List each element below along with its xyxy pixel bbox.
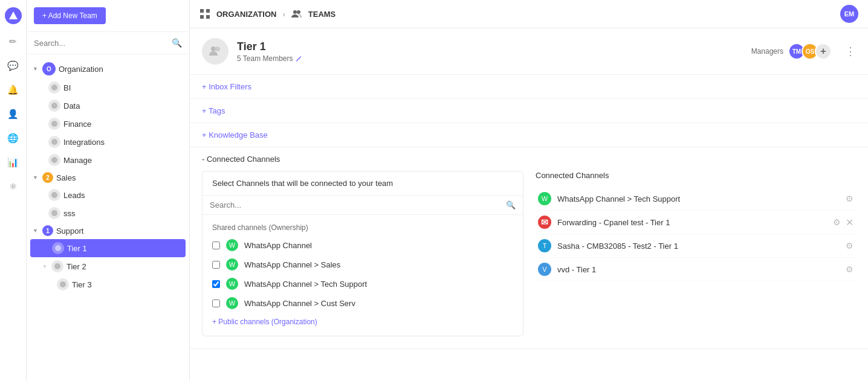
sidebar-item-leads[interactable]: Leads [27,186,189,204]
sidebar-item-label: Tier 2 [66,262,183,271]
channel-group-label: Shared channels (Ownership) [202,220,523,235]
sidebar-item-finance[interactable]: Finance [27,115,189,133]
channel-item[interactable]: W WhatsApp Channel > Tech Support [202,274,523,293]
svg-rect-13 [206,15,210,19]
sidebar-item-bi[interactable]: BI [27,78,189,97]
channel-item[interactable]: W WhatsApp Channel > Sales [202,255,523,274]
team-avatar [202,38,228,65]
content-area: Tier 1 5 Team Members Managers TM OS + ⋮… [190,28,868,381]
team-members: 5 Team Members [237,54,743,63]
nav-bell-icon[interactable]: 🔔 [7,83,20,97]
sidebar-item-sales[interactable]: ▼ 2 Sales [27,169,189,186]
sidebar-item-label: sss [63,209,183,218]
svg-rect-10 [200,9,204,13]
sidebar-search-bar: 🔍 [27,32,189,54]
channel-search: 🔍 [202,196,523,215]
channel-search-input[interactable] [210,200,506,210]
manage-avatar [48,154,60,166]
sidebar-item-integrations[interactable]: Integrations [27,133,189,151]
channel-checkbox-wa4[interactable] [212,299,220,307]
close-icon[interactable]: ✕ [846,217,853,228]
channel-select-panel: Select Channels that will be connected t… [202,171,523,336]
channel-item[interactable]: W WhatsApp Channel > Cust Serv [202,293,523,313]
channel-checkbox-wa2[interactable] [212,261,220,269]
nav-person-icon[interactable]: 👤 [7,107,20,121]
svg-point-8 [54,263,60,269]
add-team-button[interactable]: + Add New Team [34,7,106,24]
channels-layout: Select Channels that will be connected t… [202,171,856,336]
vvd-channel-icon: V [538,263,551,276]
nav-globe-icon[interactable]: 🌐 [7,132,20,145]
teams-icon [291,8,302,19]
gear-icon[interactable]: ⚙ [846,241,853,251]
gear-icon[interactable]: ⚙ [846,194,853,203]
logo[interactable] [5,7,22,24]
team-header: Tier 1 5 Team Members Managers TM OS + ⋮ [190,28,868,75]
chevron-down-icon: ▼ [33,228,38,234]
connected-channel-item: V vvd - Tier 1 ⚙ [536,258,856,281]
svg-point-1 [51,103,57,109]
nav-network-icon[interactable]: ⚛ [7,180,20,193]
public-channels-link[interactable]: + Public channels (Organization) [202,313,523,331]
sidebar-item-support[interactable]: ▼ 1 Support [27,222,189,239]
whatsapp-icon: W [226,258,238,271]
add-manager-button[interactable]: + [815,43,832,60]
leads-avatar [48,189,60,201]
sidebar-item-label: Manage [63,156,183,165]
nav-chart-icon[interactable]: 📊 [7,156,20,169]
connected-channel-item: T Sasha - CMB32085 - Test2 - Tier 1 ⚙ [536,234,856,258]
connected-channels-toggle[interactable]: - Connected Channels [202,147,856,171]
channel-select-title: Select Channels that will be connected t… [202,171,523,196]
connected-channel-item: W WhatsApp Channel > Tech Support ⚙ [536,187,856,211]
svg-point-17 [215,46,220,51]
channel-item[interactable]: W WhatsApp Channel [202,235,523,255]
top-bar: ORGANIZATION › TEAMS EM [190,0,868,28]
channel-checkbox-wa3[interactable] [212,280,220,288]
sidebar-item-tier3[interactable]: Tier 3 [27,275,189,293]
sidebar-item-label: Data [63,101,183,110]
connected-channels-right: Connected Channels W WhatsApp Channel > … [536,171,856,336]
grid-icon [199,8,210,19]
channel-actions: ⚙ [846,194,853,203]
connected-channel-name: WhatsApp Channel > Tech Support [557,194,840,203]
nav-edit-icon[interactable]: ✏ [7,35,20,48]
sidebar-item-tier1[interactable]: Tier 1 [30,239,186,257]
channel-name: WhatsApp Channel > Tech Support [244,280,367,289]
inbox-filters-section[interactable]: + Inbox Filters [190,75,868,99]
sales-badge: 2 [42,172,53,183]
connected-channel-name: vvd - Tier 1 [557,265,840,274]
svg-rect-11 [206,9,210,13]
user-avatar[interactable]: EM [840,5,858,23]
sidebar-item-tier2[interactable]: ▼ Tier 2 [27,257,189,275]
tags-section[interactable]: + Tags [190,99,868,123]
whatsapp-icon: W [226,239,238,251]
channel-checkbox-wa1[interactable] [212,242,220,249]
sidebar: + Add New Team 🔍 ▼ O Organization BI Dat… [27,0,190,381]
chevron-down-icon: ▼ [42,264,47,269]
connected-channels-title: Connected Channels [536,171,856,180]
tree: ▼ O Organization BI Data Finance [27,54,189,381]
svg-point-0 [51,85,57,91]
nav-chat-icon[interactable]: 💬 [7,59,20,72]
gear-icon[interactable]: ⚙ [833,217,841,227]
sidebar-item-label: Tier 3 [72,280,183,289]
channel-name: WhatsApp Channel [244,241,312,250]
integrations-avatar [48,136,60,148]
gear-icon[interactable]: ⚙ [846,264,853,274]
sidebar-item-manage[interactable]: Manage [27,151,189,169]
knowledge-base-section[interactable]: + Knowledge Base [190,123,868,147]
bi-avatar [48,82,60,94]
team-info: Tier 1 5 Team Members [237,40,743,63]
org-label: ORGANIZATION [216,10,276,19]
tier1-avatar [52,242,64,254]
sidebar-item-organization[interactable]: ▼ O Organization [27,59,189,78]
more-options-button[interactable]: ⋮ [845,45,856,58]
whatsapp-icon: W [226,297,238,309]
sidebar-item-data[interactable]: Data [27,97,189,115]
sidebar-search-input[interactable] [34,39,172,48]
sidebar-item-sss[interactable]: sss [27,204,189,222]
icon-bar: ✏ 💬 🔔 👤 🌐 📊 ⚛ [0,0,27,381]
svg-point-16 [211,46,216,51]
channel-name: WhatsApp Channel > Sales [244,260,340,269]
edit-members-icon[interactable] [295,55,302,62]
